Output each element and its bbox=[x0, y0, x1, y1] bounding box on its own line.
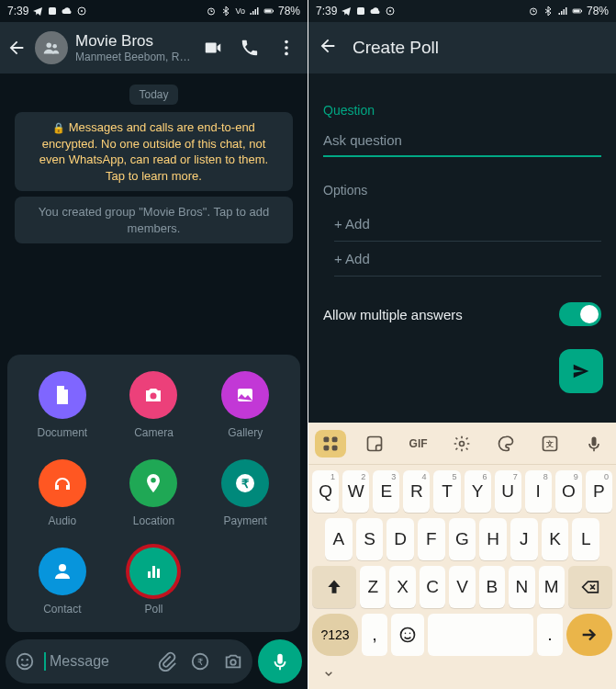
attach-poll[interactable]: Poll bbox=[108, 548, 200, 616]
svg-point-39 bbox=[405, 633, 407, 635]
key-o[interactable]: O9 bbox=[555, 470, 582, 513]
back-button[interactable] bbox=[6, 37, 28, 59]
option-add-1[interactable]: + Add bbox=[334, 207, 601, 242]
attach-camera[interactable]: Camera bbox=[108, 371, 200, 439]
svg-point-35 bbox=[460, 441, 465, 446]
attach-payment[interactable]: ₹ Payment bbox=[199, 459, 291, 527]
svg-point-25 bbox=[389, 10, 391, 12]
kbd-sticker-icon[interactable] bbox=[359, 430, 390, 457]
key-l[interactable]: L bbox=[572, 518, 599, 560]
key-enter[interactable] bbox=[566, 614, 612, 656]
mic-button[interactable] bbox=[258, 639, 302, 683]
key-c[interactable]: C bbox=[420, 566, 445, 608]
bluetooth-icon bbox=[543, 6, 554, 17]
svg-point-16 bbox=[59, 564, 66, 571]
key-shift[interactable] bbox=[312, 566, 356, 608]
key-emoji[interactable] bbox=[391, 614, 424, 656]
message-input[interactable]: Message bbox=[44, 652, 148, 671]
attach-contact[interactable]: Contact bbox=[17, 548, 108, 616]
voice-call-icon[interactable] bbox=[240, 38, 260, 58]
key-i[interactable]: I8 bbox=[525, 470, 552, 513]
attachment-sheet: Document Camera Gallery Audio Location bbox=[7, 355, 300, 632]
key-f[interactable]: F bbox=[418, 518, 445, 560]
key-v[interactable]: V bbox=[449, 566, 475, 608]
more-icon[interactable] bbox=[276, 38, 297, 58]
back-button[interactable] bbox=[318, 36, 338, 60]
key-y[interactable]: Y6 bbox=[465, 470, 491, 513]
chat-title: Movie Bros bbox=[75, 32, 196, 51]
key-x[interactable]: X bbox=[389, 566, 415, 608]
key-d[interactable]: D bbox=[386, 518, 414, 560]
svg-rect-31 bbox=[332, 436, 338, 442]
poll-icon bbox=[142, 560, 164, 582]
svg-point-12 bbox=[151, 393, 157, 400]
key-q[interactable]: Q1 bbox=[312, 470, 339, 513]
svg-point-17 bbox=[17, 654, 33, 670]
kbd-row-4: ?123 , . bbox=[308, 608, 616, 663]
kbd-collapse[interactable] bbox=[308, 663, 616, 683]
svg-text:文: 文 bbox=[545, 439, 554, 448]
send-icon bbox=[571, 361, 591, 381]
svg-point-8 bbox=[52, 44, 57, 49]
allow-multiple-row: Allow multiple answers bbox=[323, 302, 601, 326]
question-input[interactable]: Ask question bbox=[323, 127, 601, 157]
key-p[interactable]: P0 bbox=[586, 470, 612, 513]
key-comma[interactable]: , bbox=[362, 614, 387, 656]
key-a[interactable]: A bbox=[325, 518, 353, 560]
attach-audio[interactable]: Audio bbox=[17, 459, 108, 527]
key-m[interactable]: M bbox=[539, 566, 565, 608]
kbd-mic-icon[interactable] bbox=[578, 430, 610, 457]
key-h[interactable]: H bbox=[479, 518, 507, 560]
message-input-container[interactable]: Message ₹ bbox=[6, 639, 252, 683]
rupee-compose-icon[interactable]: ₹ bbox=[190, 651, 210, 672]
key-e[interactable]: E3 bbox=[373, 470, 399, 513]
kbd-settings-icon[interactable] bbox=[446, 430, 477, 457]
encryption-notice[interactable]: 🔒 Messages and calls are end-to-end encr… bbox=[15, 112, 293, 191]
key-n[interactable]: N bbox=[509, 566, 534, 608]
key-space[interactable] bbox=[428, 614, 533, 656]
svg-text:₹: ₹ bbox=[197, 657, 203, 667]
location-icon bbox=[142, 472, 164, 494]
alarm-icon bbox=[528, 6, 539, 17]
video-call-icon[interactable] bbox=[203, 38, 223, 58]
key-z[interactable]: Z bbox=[360, 566, 386, 608]
group-avatar[interactable] bbox=[35, 31, 68, 64]
key-backspace[interactable] bbox=[568, 566, 612, 608]
gallery-icon bbox=[234, 384, 256, 406]
key-k[interactable]: K bbox=[542, 518, 569, 560]
attach-icon[interactable] bbox=[157, 651, 177, 672]
kbd-translate-icon[interactable]: 文 bbox=[534, 430, 566, 457]
emoji-icon[interactable] bbox=[15, 651, 35, 672]
kbd-palette-icon[interactable] bbox=[490, 430, 521, 457]
key-r[interactable]: R4 bbox=[403, 470, 430, 513]
key-s[interactable]: S bbox=[356, 518, 384, 560]
camera-compose-icon[interactable] bbox=[223, 651, 243, 672]
kbd-grid-icon[interactable] bbox=[315, 430, 346, 457]
poll-header: Create Poll bbox=[308, 22, 616, 73]
attach-document[interactable]: Document bbox=[17, 371, 108, 439]
attach-gallery[interactable]: Gallery bbox=[199, 371, 291, 439]
signal-icon bbox=[557, 6, 568, 17]
key-j[interactable]: J bbox=[510, 518, 538, 560]
svg-rect-30 bbox=[323, 436, 329, 442]
send-poll-button[interactable] bbox=[559, 349, 603, 393]
key-symbols[interactable]: ?123 bbox=[312, 614, 358, 656]
svg-rect-23 bbox=[357, 7, 364, 15]
allow-multiple-toggle[interactable] bbox=[559, 302, 601, 326]
attach-location[interactable]: Location bbox=[108, 459, 200, 527]
rupee-icon: ₹ bbox=[234, 472, 256, 494]
svg-point-22 bbox=[230, 660, 236, 665]
key-t[interactable]: T5 bbox=[433, 470, 460, 513]
kbd-gif-tab[interactable]: GIF bbox=[403, 430, 434, 457]
options-label: Options bbox=[323, 183, 601, 198]
option-add-2[interactable]: + Add bbox=[334, 242, 601, 277]
telegram-icon bbox=[341, 6, 352, 17]
key-period[interactable]: . bbox=[537, 614, 563, 656]
chat-title-block[interactable]: Movie Bros Manmeet Beebom, Ramji... bbox=[75, 32, 196, 63]
key-w[interactable]: W2 bbox=[342, 470, 369, 513]
key-b[interactable]: B bbox=[479, 566, 505, 608]
key-g[interactable]: G bbox=[449, 518, 476, 560]
key-u[interactable]: U7 bbox=[495, 470, 521, 513]
svg-point-11 bbox=[285, 52, 288, 56]
group-created-notice[interactable]: You created group "Movie Bros". Tap to a… bbox=[15, 197, 293, 243]
